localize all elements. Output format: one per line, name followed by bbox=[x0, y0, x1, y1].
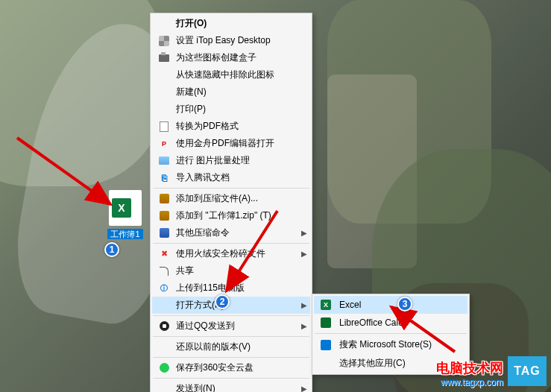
menu-itop-desktop[interactable]: 设置 iTop Easy Desktop bbox=[152, 32, 310, 49]
menu-separator bbox=[153, 378, 309, 379]
menu-other-archive[interactable]: 其他压缩命令 ▶ bbox=[152, 224, 310, 241]
menu-exclude-quick-hide[interactable]: 从快速隐藏中排除此图标 bbox=[152, 66, 310, 83]
115-icon: ⓘ bbox=[157, 282, 171, 294]
doc-icon bbox=[157, 121, 171, 133]
file-label: 工作簿1 bbox=[107, 229, 142, 239]
submenu-arrow-icon: ▶ bbox=[301, 301, 307, 309]
annotation-badge-2: 2 bbox=[215, 294, 230, 309]
menu-upload-115[interactable]: ⓘ 上传到115电脑版 bbox=[152, 279, 310, 297]
watermark: 电脑技术网 www.tagxp.com bbox=[436, 359, 503, 388]
ms-store-icon bbox=[318, 339, 333, 351]
shred-icon: ✖ bbox=[157, 248, 171, 260]
menu-save-360[interactable]: 保存到360安全云盘 bbox=[152, 359, 310, 376]
submenu-search-store[interactable]: 搜索 Microsoft Store(S) bbox=[314, 335, 467, 354]
menu-add-zip[interactable]: 添加到 "工作簿1.zip" (T) bbox=[152, 207, 310, 224]
watermark-url: www.tagxp.com bbox=[436, 377, 503, 388]
annotation-badge-3: 3 bbox=[397, 297, 412, 312]
libreoffice-icon bbox=[318, 317, 333, 329]
tencent-doc-icon: ⎘ bbox=[157, 172, 171, 184]
menu-separator bbox=[153, 243, 309, 244]
boxes-icon bbox=[157, 52, 171, 64]
submenu-arrow-icon: ▶ bbox=[301, 250, 307, 258]
excel-icon: X bbox=[318, 299, 333, 311]
qq-icon bbox=[157, 320, 171, 332]
submenu-arrow-icon: ▶ bbox=[301, 322, 307, 330]
share-icon bbox=[157, 265, 171, 277]
menu-convert-pdf[interactable]: 转换为PDF格式 bbox=[152, 118, 310, 135]
menu-separator bbox=[153, 188, 309, 189]
watermark-title: 电脑技术网 bbox=[436, 359, 503, 377]
submenu-arrow-icon: ▶ bbox=[301, 229, 307, 237]
grid-icon bbox=[157, 35, 171, 47]
archive-icon bbox=[157, 210, 171, 222]
cloud360-icon bbox=[157, 362, 171, 374]
context-menu: 打开(O) 设置 iTop Easy Desktop 为这些图标创建盒子 从快速… bbox=[150, 13, 312, 392]
pdf-icon: P bbox=[157, 138, 171, 150]
menu-restore-version[interactable]: 还原以前的版本(V) bbox=[152, 338, 310, 355]
menu-print[interactable]: 打印(P) bbox=[152, 101, 310, 118]
menu-share[interactable]: 共享 bbox=[152, 262, 310, 279]
submenu-libreoffice[interactable]: LibreOffice Calc bbox=[314, 314, 467, 332]
archive-icon bbox=[157, 193, 171, 205]
menu-send-qq[interactable]: 通过QQ发送到 ▶ bbox=[152, 317, 310, 335]
menu-open-with[interactable]: 打开方式(H) ▶ bbox=[152, 297, 310, 314]
annotation-badge-1: 1 bbox=[104, 242, 119, 257]
menu-separator bbox=[153, 336, 309, 337]
excel-file-icon: X bbox=[112, 198, 131, 218]
menu-separator bbox=[315, 333, 467, 334]
watermark-tag: TAG bbox=[508, 356, 547, 386]
submenu-arrow-icon: ▶ bbox=[301, 385, 307, 392]
menu-jinzhou-pdf[interactable]: P 使用金舟PDF编辑器打开 bbox=[152, 135, 310, 152]
menu-separator bbox=[153, 357, 309, 358]
menu-send-to[interactable]: 发送到(N) ▶ bbox=[152, 380, 310, 392]
image-icon bbox=[157, 155, 171, 167]
archive-blue-icon bbox=[157, 227, 171, 239]
menu-huorong-shred[interactable]: ✖ 使用火绒安全粉碎文件 ▶ bbox=[152, 245, 310, 262]
menu-create-box[interactable]: 为这些图标创建盒子 bbox=[152, 49, 310, 66]
submenu-excel[interactable]: X Excel bbox=[314, 296, 467, 314]
menu-separator bbox=[153, 315, 309, 316]
menu-new[interactable]: 新建(N) bbox=[152, 83, 310, 101]
menu-add-archive[interactable]: 添加到压缩文件(A)... bbox=[152, 190, 310, 207]
menu-import-tencent[interactable]: ⎘ 导入腾讯文档 bbox=[152, 169, 310, 186]
menu-batch-image[interactable]: 进行 图片批量处理 bbox=[152, 152, 310, 169]
menu-open[interactable]: 打开(O) bbox=[152, 15, 310, 32]
desktop-file-icon[interactable]: X 工作簿1 bbox=[104, 190, 146, 240]
